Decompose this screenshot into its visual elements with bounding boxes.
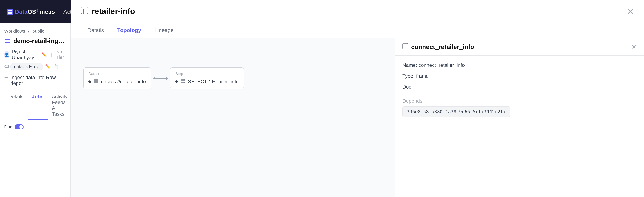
user-name: Piyush Upadhyay	[12, 49, 38, 60]
detail-name-row: Name: connect_retailer_info	[402, 62, 636, 68]
breadcrumb-public[interactable]: public	[32, 28, 44, 34]
detail-type-row: Type: frame	[402, 73, 636, 79]
brand-icon	[7, 8, 13, 15]
pipeline-title: demo-retail-ingest-pipeline	[13, 38, 66, 44]
dataset-node-icon	[94, 78, 98, 85]
step-node-text: SELECT * F...ailer_info	[188, 79, 239, 84]
flow-diagram: Dataset dataos://r...ailer_info	[83, 67, 244, 89]
modal-close-button[interactable]: ✕	[627, 7, 634, 16]
step-node[interactable]: Step SELECT * F...ailer_info	[170, 67, 244, 89]
depends-value: 396e8f58-a880-4a38-9c66-5cf73942d2f7	[402, 106, 510, 117]
tag-row: 🏷 dataos.Flare ✏️ 📋	[4, 63, 66, 70]
detail-name-value-text: connect_retailer_info	[418, 62, 465, 68]
pipeline-header: demo-retail-ingest-pipeline	[4, 37, 66, 45]
pipeline-icon	[4, 37, 11, 45]
dataset-node-content: dataos://r...ailer_info	[88, 78, 146, 85]
user-avatar: 👤	[4, 51, 9, 58]
tag-icon: 🏷	[4, 64, 9, 70]
detail-type-label: Type:	[402, 73, 415, 79]
depends-label: Depends	[402, 98, 636, 104]
detail-body: Name: connect_retailer_info Type: frame …	[395, 56, 644, 124]
dataset-node-text: dataos://r...ailer_info	[101, 79, 146, 84]
detail-title-icon	[402, 43, 408, 50]
svg-rect-1	[10, 10, 12, 12]
modal-panel: retailer-info ✕ Details Topology Lineage…	[71, 0, 644, 197]
step-node-dot	[175, 80, 178, 83]
step-node-icon	[180, 78, 185, 85]
modal-title: retailer-info	[92, 7, 135, 16]
svg-rect-16	[402, 44, 408, 49]
sub-tabs: Details Jobs Activity Feeds & Tasks	[4, 91, 66, 120]
svg-rect-5	[4, 40, 10, 41]
top-nav: DataOS® metis Activity Products As...	[0, 0, 71, 24]
detail-doc-label: Doc:	[402, 84, 412, 90]
detail-title: connect_retailer_info	[411, 44, 474, 50]
breadcrumb-separator: /	[28, 28, 29, 34]
modal-tabs: Details Topology Lineage	[71, 23, 644, 38]
dataset-node-label: Dataset	[88, 72, 146, 76]
flow-arrow-line	[154, 78, 167, 78]
modal-tab-details[interactable]: Details	[81, 23, 110, 38]
desc-icon: ☰	[4, 75, 8, 80]
topology-canvas[interactable]: Dataset dataos://r...ailer_info	[71, 38, 395, 197]
detail-close-button[interactable]: ✕	[631, 43, 636, 50]
svg-rect-3	[10, 12, 12, 14]
svg-rect-0	[8, 10, 10, 12]
dataset-node-dot	[88, 80, 91, 83]
tag-edit-icon[interactable]: ✏️	[45, 64, 50, 69]
modal-header: retailer-info ✕	[71, 0, 644, 23]
brand: DataOS® metis	[7, 8, 55, 15]
dag-toggle[interactable]	[14, 124, 24, 130]
detail-panel: connect_retailer_info ✕ Name: connect_re…	[395, 38, 644, 197]
detail-name-label: Name:	[402, 62, 417, 68]
flow-arrow-head	[166, 77, 168, 80]
dag-label: Dag	[4, 124, 12, 130]
description: ☰ Ingest data into Raw depot	[4, 74, 66, 86]
svg-rect-2	[8, 12, 10, 14]
sidebar: Workflows / public demo-retail-ingest-pi…	[0, 24, 71, 197]
detail-header: connect_retailer_info ✕	[395, 38, 644, 56]
breadcrumb: Workflows / public	[4, 28, 66, 34]
svg-rect-6	[4, 42, 10, 42]
breadcrumb-workflows[interactable]: Workflows	[4, 28, 25, 34]
svg-rect-13	[181, 80, 185, 83]
modal-body: Dataset dataos://r...ailer_info	[71, 38, 644, 197]
no-tier: No Tier	[56, 49, 66, 60]
detail-doc-row: Doc: --	[402, 84, 636, 90]
step-node-label: Step	[175, 72, 239, 76]
user-row: 👤 Piyush Upadhyay ✏️ | No Tier	[4, 49, 66, 60]
tag-badge: dataos.Flare	[10, 63, 43, 70]
sub-tab-activity[interactable]: Activity Feeds & Tasks	[48, 91, 72, 120]
edit-icon[interactable]: ✏️	[42, 52, 47, 57]
svg-rect-7	[81, 7, 88, 14]
detail-doc-value-text: --	[414, 84, 417, 90]
flow-arrow-start-dot	[153, 77, 156, 80]
modal-title-icon	[81, 7, 88, 16]
sub-tab-details[interactable]: Details	[4, 91, 28, 120]
detail-type-value-text: frame	[416, 73, 428, 79]
sub-tab-jobs[interactable]: Jobs	[28, 91, 48, 120]
modal-title-row: retailer-info	[81, 7, 135, 16]
dataset-node[interactable]: Dataset dataos://r...ailer_info	[83, 67, 151, 89]
svg-rect-4	[4, 39, 10, 40]
svg-rect-10	[94, 80, 98, 83]
tag-info-icon[interactable]: 📋	[53, 64, 58, 69]
modal-tab-lineage[interactable]: Lineage	[148, 23, 180, 38]
detail-title-row: connect_retailer_info	[402, 43, 474, 50]
dag-toggle-row: Dag	[4, 124, 66, 130]
flow-arrow	[151, 78, 170, 78]
step-node-content: SELECT * F...ailer_info	[175, 78, 239, 85]
modal-tab-topology[interactable]: Topology	[110, 23, 148, 38]
